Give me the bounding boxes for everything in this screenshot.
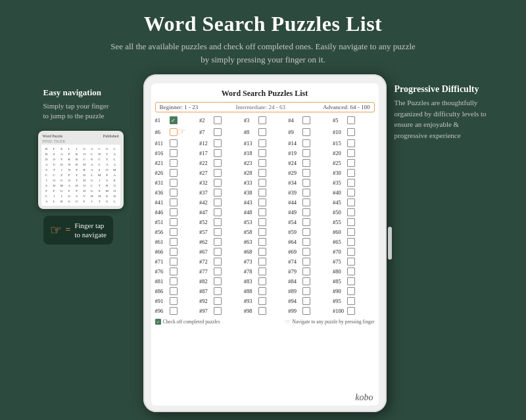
puzzle-checkbox[interactable]: [347, 198, 355, 206]
puzzle-checkbox[interactable]: [347, 149, 355, 157]
puzzle-item[interactable]: #74: [288, 258, 330, 266]
puzzle-item[interactable]: #7: [199, 126, 241, 137]
puzzle-checkbox[interactable]: [258, 159, 266, 167]
puzzle-checkbox[interactable]: [302, 149, 310, 157]
puzzle-checkbox[interactable]: [258, 287, 266, 295]
puzzle-checkbox[interactable]: [302, 139, 310, 147]
puzzle-item[interactable]: #65: [333, 238, 375, 246]
puzzle-item[interactable]: #72: [199, 258, 241, 266]
puzzle-checkbox[interactable]: [302, 218, 310, 226]
puzzle-checkbox[interactable]: [170, 139, 178, 147]
puzzle-checkbox[interactable]: [258, 238, 266, 246]
puzzle-item[interactable]: #15: [333, 139, 375, 147]
puzzle-checkbox[interactable]: [214, 208, 222, 216]
puzzle-item[interactable]: #55: [333, 218, 375, 226]
puzzle-checkbox[interactable]: [170, 189, 178, 197]
puzzle-item[interactable]: #78: [244, 268, 286, 275]
puzzle-item[interactable]: #95: [333, 297, 375, 305]
puzzle-item[interactable]: #56: [155, 228, 197, 236]
puzzle-checkbox[interactable]: [258, 208, 266, 216]
puzzle-checkbox[interactable]: [347, 128, 355, 136]
puzzle-checkbox[interactable]: [170, 307, 178, 315]
puzzle-item[interactable]: #31: [155, 179, 197, 187]
puzzle-item[interactable]: #26: [155, 169, 197, 177]
puzzle-checkbox[interactable]: [347, 116, 355, 124]
puzzle-checkbox[interactable]: [258, 218, 266, 226]
puzzle-item[interactable]: #35: [333, 179, 375, 187]
puzzle-item[interactable]: #49: [288, 208, 330, 216]
puzzle-checkbox[interactable]: [302, 268, 310, 275]
puzzle-item[interactable]: #23: [244, 159, 286, 167]
puzzle-item[interactable]: #83: [244, 277, 286, 285]
puzzle-checkbox[interactable]: [258, 228, 266, 236]
puzzle-item[interactable]: #97: [199, 307, 241, 315]
puzzle-checkbox[interactable]: [170, 208, 178, 216]
puzzle-item[interactable]: #98: [244, 307, 286, 315]
puzzle-item[interactable]: #93: [244, 297, 286, 305]
puzzle-checkbox[interactable]: [347, 277, 355, 285]
puzzle-checkbox[interactable]: [347, 248, 355, 256]
puzzle-item[interactable]: #32: [199, 179, 241, 187]
puzzle-checkbox[interactable]: [258, 307, 266, 315]
puzzle-item[interactable]: #22: [199, 159, 241, 167]
puzzle-checkbox[interactable]: [214, 287, 222, 295]
puzzle-item[interactable]: #27: [199, 169, 241, 177]
puzzle-item[interactable]: #37: [199, 189, 241, 197]
puzzle-checkbox[interactable]: [214, 277, 222, 285]
puzzle-checkbox[interactable]: [302, 228, 310, 236]
puzzle-checkbox[interactable]: [347, 268, 355, 275]
puzzle-checkbox[interactable]: [302, 248, 310, 256]
puzzle-checkbox[interactable]: [258, 139, 266, 147]
puzzle-item[interactable]: #100: [333, 307, 375, 315]
puzzle-item[interactable]: #16: [155, 149, 197, 157]
puzzle-checkbox[interactable]: [258, 116, 266, 124]
puzzle-checkbox[interactable]: [170, 248, 178, 256]
puzzle-checkbox[interactable]: [347, 287, 355, 295]
puzzle-checkbox[interactable]: [170, 268, 178, 275]
puzzle-item[interactable]: #90: [333, 287, 375, 295]
puzzle-item[interactable]: #86: [155, 287, 197, 295]
puzzle-item[interactable]: #20: [333, 149, 375, 157]
puzzle-item[interactable]: #34: [288, 179, 330, 187]
puzzle-item[interactable]: #3: [244, 116, 286, 124]
puzzle-checkbox[interactable]: [214, 128, 222, 136]
puzzle-checkbox[interactable]: [214, 228, 222, 236]
puzzle-item[interactable]: #54: [288, 218, 330, 226]
puzzle-checkbox[interactable]: [170, 198, 178, 206]
puzzle-item[interactable]: #25: [333, 159, 375, 167]
puzzle-checkbox[interactable]: [214, 189, 222, 197]
puzzle-checkbox[interactable]: [302, 277, 310, 285]
puzzle-item[interactable]: #9: [288, 126, 330, 137]
puzzle-checkbox[interactable]: [302, 169, 310, 177]
puzzle-item[interactable]: #58: [244, 228, 286, 236]
puzzle-item[interactable]: #77: [199, 268, 241, 275]
puzzle-item[interactable]: #88: [244, 287, 286, 295]
puzzle-item[interactable]: #71: [155, 258, 197, 266]
puzzle-item[interactable]: #75: [333, 258, 375, 266]
puzzle-item[interactable]: #80: [333, 268, 375, 275]
puzzle-item[interactable]: #36: [155, 189, 197, 197]
puzzle-item[interactable]: #48: [244, 208, 286, 216]
puzzle-item[interactable]: #8: [244, 126, 286, 137]
puzzle-checkbox[interactable]: [347, 208, 355, 216]
puzzle-checkbox[interactable]: [347, 218, 355, 226]
puzzle-checkbox[interactable]: [302, 128, 310, 136]
puzzle-item[interactable]: #62: [199, 238, 241, 246]
puzzle-item[interactable]: #6☞: [155, 126, 197, 137]
puzzle-checkbox[interactable]: [302, 189, 310, 197]
puzzle-checkbox[interactable]: [170, 128, 178, 136]
puzzle-item[interactable]: #73: [244, 258, 286, 266]
puzzle-item[interactable]: #38: [244, 189, 286, 197]
puzzle-item[interactable]: #21: [155, 159, 197, 167]
puzzle-item[interactable]: #40: [333, 189, 375, 197]
puzzle-checkbox[interactable]: [170, 287, 178, 295]
puzzle-item[interactable]: #57: [199, 228, 241, 236]
puzzle-item[interactable]: #17: [199, 149, 241, 157]
puzzle-item[interactable]: #30: [333, 169, 375, 177]
puzzle-checkbox[interactable]: [214, 297, 222, 305]
puzzle-checkbox[interactable]: [170, 238, 178, 246]
puzzle-item[interactable]: #67: [199, 248, 241, 256]
puzzle-item[interactable]: #29: [288, 169, 330, 177]
puzzle-item[interactable]: #44: [288, 198, 330, 206]
puzzle-item[interactable]: #82: [199, 277, 241, 285]
